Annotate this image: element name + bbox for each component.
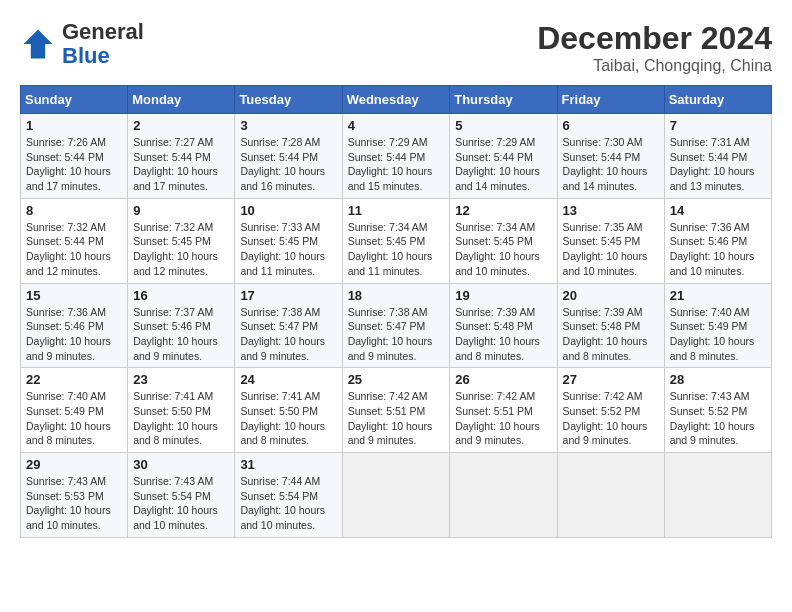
- day-number: 2: [133, 118, 229, 133]
- day-info: Sunrise: 7:31 AMSunset: 5:44 PMDaylight:…: [670, 135, 766, 194]
- weekday-header: Wednesday: [342, 86, 450, 114]
- calendar-day-cell: 14Sunrise: 7:36 AMSunset: 5:46 PMDayligh…: [664, 198, 771, 283]
- day-number: 18: [348, 288, 445, 303]
- calendar-day-cell: 17Sunrise: 7:38 AMSunset: 5:47 PMDayligh…: [235, 283, 342, 368]
- day-number: 25: [348, 372, 445, 387]
- calendar-day-cell: 21Sunrise: 7:40 AMSunset: 5:49 PMDayligh…: [664, 283, 771, 368]
- calendar-day-cell: 3Sunrise: 7:28 AMSunset: 5:44 PMDaylight…: [235, 114, 342, 199]
- calendar-day-cell: 28Sunrise: 7:43 AMSunset: 5:52 PMDayligh…: [664, 368, 771, 453]
- day-number: 6: [563, 118, 659, 133]
- day-info: Sunrise: 7:38 AMSunset: 5:47 PMDaylight:…: [240, 305, 336, 364]
- day-number: 8: [26, 203, 122, 218]
- day-number: 31: [240, 457, 336, 472]
- calendar-day-cell: 18Sunrise: 7:38 AMSunset: 5:47 PMDayligh…: [342, 283, 450, 368]
- calendar-day-cell: 2Sunrise: 7:27 AMSunset: 5:44 PMDaylight…: [128, 114, 235, 199]
- day-number: 11: [348, 203, 445, 218]
- day-number: 26: [455, 372, 551, 387]
- day-number: 27: [563, 372, 659, 387]
- calendar-day-cell: 31Sunrise: 7:44 AMSunset: 5:54 PMDayligh…: [235, 453, 342, 538]
- month-title: December 2024: [537, 20, 772, 57]
- calendar-day-cell: 30Sunrise: 7:43 AMSunset: 5:54 PMDayligh…: [128, 453, 235, 538]
- day-info: Sunrise: 7:44 AMSunset: 5:54 PMDaylight:…: [240, 474, 336, 533]
- empty-cell: [664, 453, 771, 538]
- day-info: Sunrise: 7:26 AMSunset: 5:44 PMDaylight:…: [26, 135, 122, 194]
- day-number: 12: [455, 203, 551, 218]
- day-number: 19: [455, 288, 551, 303]
- day-number: 7: [670, 118, 766, 133]
- day-number: 28: [670, 372, 766, 387]
- day-info: Sunrise: 7:36 AMSunset: 5:46 PMDaylight:…: [26, 305, 122, 364]
- title-block: December 2024 Taibai, Chongqing, China: [537, 20, 772, 75]
- day-info: Sunrise: 7:33 AMSunset: 5:45 PMDaylight:…: [240, 220, 336, 279]
- empty-cell: [450, 453, 557, 538]
- calendar-day-cell: 25Sunrise: 7:42 AMSunset: 5:51 PMDayligh…: [342, 368, 450, 453]
- day-info: Sunrise: 7:39 AMSunset: 5:48 PMDaylight:…: [455, 305, 551, 364]
- day-number: 17: [240, 288, 336, 303]
- calendar-day-cell: 16Sunrise: 7:37 AMSunset: 5:46 PMDayligh…: [128, 283, 235, 368]
- calendar-day-cell: 8Sunrise: 7:32 AMSunset: 5:44 PMDaylight…: [21, 198, 128, 283]
- calendar-day-cell: 11Sunrise: 7:34 AMSunset: 5:45 PMDayligh…: [342, 198, 450, 283]
- calendar-day-cell: 6Sunrise: 7:30 AMSunset: 5:44 PMDaylight…: [557, 114, 664, 199]
- day-info: Sunrise: 7:32 AMSunset: 5:45 PMDaylight:…: [133, 220, 229, 279]
- day-info: Sunrise: 7:43 AMSunset: 5:52 PMDaylight:…: [670, 389, 766, 448]
- day-number: 16: [133, 288, 229, 303]
- calendar-day-cell: 23Sunrise: 7:41 AMSunset: 5:50 PMDayligh…: [128, 368, 235, 453]
- page-header: General Blue December 2024 Taibai, Chong…: [20, 20, 772, 75]
- day-info: Sunrise: 7:27 AMSunset: 5:44 PMDaylight:…: [133, 135, 229, 194]
- weekday-header: Tuesday: [235, 86, 342, 114]
- day-number: 24: [240, 372, 336, 387]
- weekday-header: Friday: [557, 86, 664, 114]
- day-info: Sunrise: 7:37 AMSunset: 5:46 PMDaylight:…: [133, 305, 229, 364]
- day-info: Sunrise: 7:38 AMSunset: 5:47 PMDaylight:…: [348, 305, 445, 364]
- day-info: Sunrise: 7:36 AMSunset: 5:46 PMDaylight:…: [670, 220, 766, 279]
- day-info: Sunrise: 7:34 AMSunset: 5:45 PMDaylight:…: [348, 220, 445, 279]
- location-title: Taibai, Chongqing, China: [537, 57, 772, 75]
- day-number: 30: [133, 457, 229, 472]
- logo-icon: [20, 26, 56, 62]
- day-info: Sunrise: 7:40 AMSunset: 5:49 PMDaylight:…: [26, 389, 122, 448]
- calendar-table: SundayMondayTuesdayWednesdayThursdayFrid…: [20, 85, 772, 538]
- calendar-week-row: 22Sunrise: 7:40 AMSunset: 5:49 PMDayligh…: [21, 368, 772, 453]
- day-number: 21: [670, 288, 766, 303]
- day-info: Sunrise: 7:41 AMSunset: 5:50 PMDaylight:…: [240, 389, 336, 448]
- calendar-week-row: 15Sunrise: 7:36 AMSunset: 5:46 PMDayligh…: [21, 283, 772, 368]
- day-number: 14: [670, 203, 766, 218]
- day-info: Sunrise: 7:42 AMSunset: 5:52 PMDaylight:…: [563, 389, 659, 448]
- day-number: 29: [26, 457, 122, 472]
- day-info: Sunrise: 7:42 AMSunset: 5:51 PMDaylight:…: [348, 389, 445, 448]
- day-number: 10: [240, 203, 336, 218]
- weekday-header: Saturday: [664, 86, 771, 114]
- calendar-day-cell: 26Sunrise: 7:42 AMSunset: 5:51 PMDayligh…: [450, 368, 557, 453]
- calendar-day-cell: 29Sunrise: 7:43 AMSunset: 5:53 PMDayligh…: [21, 453, 128, 538]
- svg-marker-0: [24, 30, 53, 59]
- logo-text: General Blue: [62, 20, 144, 68]
- day-info: Sunrise: 7:32 AMSunset: 5:44 PMDaylight:…: [26, 220, 122, 279]
- day-number: 1: [26, 118, 122, 133]
- logo: General Blue: [20, 20, 144, 68]
- day-info: Sunrise: 7:43 AMSunset: 5:53 PMDaylight:…: [26, 474, 122, 533]
- day-info: Sunrise: 7:35 AMSunset: 5:45 PMDaylight:…: [563, 220, 659, 279]
- day-info: Sunrise: 7:30 AMSunset: 5:44 PMDaylight:…: [563, 135, 659, 194]
- day-info: Sunrise: 7:34 AMSunset: 5:45 PMDaylight:…: [455, 220, 551, 279]
- day-number: 15: [26, 288, 122, 303]
- day-number: 22: [26, 372, 122, 387]
- day-info: Sunrise: 7:41 AMSunset: 5:50 PMDaylight:…: [133, 389, 229, 448]
- day-number: 4: [348, 118, 445, 133]
- weekday-header: Sunday: [21, 86, 128, 114]
- day-number: 3: [240, 118, 336, 133]
- empty-cell: [557, 453, 664, 538]
- calendar-week-row: 8Sunrise: 7:32 AMSunset: 5:44 PMDaylight…: [21, 198, 772, 283]
- day-number: 9: [133, 203, 229, 218]
- calendar-day-cell: 9Sunrise: 7:32 AMSunset: 5:45 PMDaylight…: [128, 198, 235, 283]
- logo-blue: Blue: [62, 43, 110, 68]
- calendar-day-cell: 15Sunrise: 7:36 AMSunset: 5:46 PMDayligh…: [21, 283, 128, 368]
- day-info: Sunrise: 7:42 AMSunset: 5:51 PMDaylight:…: [455, 389, 551, 448]
- weekday-header: Thursday: [450, 86, 557, 114]
- calendar-day-cell: 24Sunrise: 7:41 AMSunset: 5:50 PMDayligh…: [235, 368, 342, 453]
- day-info: Sunrise: 7:29 AMSunset: 5:44 PMDaylight:…: [455, 135, 551, 194]
- day-number: 13: [563, 203, 659, 218]
- calendar-day-cell: 1Sunrise: 7:26 AMSunset: 5:44 PMDaylight…: [21, 114, 128, 199]
- calendar-day-cell: 20Sunrise: 7:39 AMSunset: 5:48 PMDayligh…: [557, 283, 664, 368]
- calendar-day-cell: 27Sunrise: 7:42 AMSunset: 5:52 PMDayligh…: [557, 368, 664, 453]
- logo-general: General: [62, 19, 144, 44]
